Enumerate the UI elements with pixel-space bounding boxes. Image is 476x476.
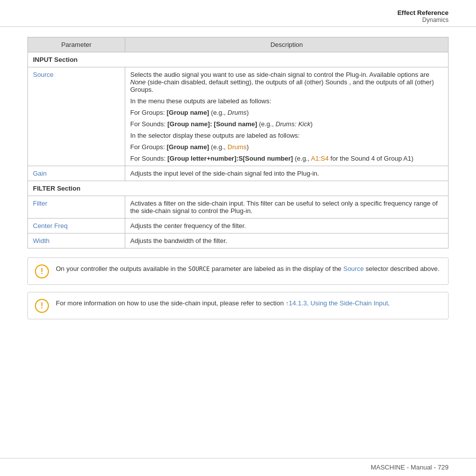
header-title: Effect Reference [397, 9, 449, 16]
table-row: Width Adjusts the bandwidth of the filte… [28, 234, 449, 248]
col-header-description: Description [125, 37, 449, 52]
desc-source-p2: In the menu these outputs are labeled as… [130, 97, 443, 105]
filter-link[interactable]: Filter [33, 200, 47, 207]
desc-source-p5: In the selector display these outputs ar… [130, 132, 443, 139]
notice-icon-1: ! [35, 264, 49, 278]
a1s4-link[interactable]: A1:S4 [311, 155, 328, 162]
notice-box-1: ! On your controller the outputs availab… [27, 257, 449, 285]
desc-gain-p1: Adjusts the input level of the side-chai… [130, 170, 443, 177]
desc-width-p1: Adjusts the bandwidth of the filter. [130, 237, 443, 244]
desc-source-p3: For Groups: [Group name] (e.g., Drums) [130, 109, 443, 116]
table-row: Center Freq Adjusts the center frequency… [28, 219, 449, 234]
desc-center-freq-p1: Adjusts the center frequency of the filt… [130, 222, 443, 230]
page-header: Effect Reference Dynamics [0, 0, 476, 27]
notice-icon-2: ! [35, 299, 49, 313]
page-container: Effect Reference Dynamics Parameter Desc… [0, 0, 476, 476]
desc-filter: Activates a filter on the side-chain inp… [125, 196, 449, 219]
gain-link[interactable]: Gain [33, 170, 46, 177]
desc-source-p6: For Groups: [Group name] (e.g., Drums) [130, 143, 443, 151]
table-row: Source Selects the audio signal you want… [28, 67, 449, 166]
notice-box-2: ! For more information on how to use the… [27, 292, 449, 319]
reference-table: Parameter Description INPUT Section Sour… [27, 37, 449, 248]
main-content: Parameter Description INPUT Section Sour… [0, 27, 476, 458]
section-filter-label: FILTER Section [28, 181, 449, 196]
param-source: Source [28, 67, 125, 166]
section-link[interactable]: ↑14.1.3, Using the Side-Chain Input [285, 299, 388, 307]
desc-source-p7: For Sounds: [Group letter+number]:S[Soun… [130, 155, 443, 162]
header-right: Effect Reference Dynamics [397, 9, 449, 23]
notice-text-2: For more information on how to use the s… [56, 298, 390, 308]
page-footer: MASCHINE - Manual - 729 [0, 458, 476, 476]
notice-text-1: On your controller the outputs available… [56, 264, 440, 274]
param-filter: Filter [28, 196, 125, 219]
width-link[interactable]: Width [33, 237, 49, 244]
footer-text: MASCHINE - Manual - 729 [371, 464, 449, 471]
param-center-freq: Center Freq [28, 219, 125, 234]
desc-gain: Adjusts the input level of the side-chai… [125, 166, 449, 181]
section-filter: FILTER Section [28, 181, 449, 196]
source-link-notice[interactable]: Source [343, 265, 364, 272]
desc-source-p1: Selects the audio signal you want to use… [130, 71, 443, 93]
drums-link1[interactable]: Drums [228, 143, 246, 151]
table-row: Gain Adjusts the input level of the side… [28, 166, 449, 181]
section-input-label: INPUT Section [28, 52, 449, 67]
param-width: Width [28, 234, 125, 248]
center-freq-link[interactable]: Center Freq [33, 222, 67, 230]
desc-width: Adjusts the bandwidth of the filter. [125, 234, 449, 248]
header-subtitle: Dynamics [397, 16, 449, 23]
desc-filter-p1: Activates a filter on the side-chain inp… [130, 200, 443, 215]
desc-source-p4: For Sounds: [Group name]: [Sound name] (… [130, 120, 443, 128]
desc-source: Selects the audio signal you want to use… [125, 67, 449, 166]
table-row: Filter Activates a filter on the side-ch… [28, 196, 449, 219]
source-link[interactable]: Source [33, 71, 53, 78]
desc-center-freq: Adjusts the center frequency of the filt… [125, 219, 449, 234]
section-input: INPUT Section [28, 52, 449, 67]
source-code: SOURCE [188, 265, 210, 272]
param-gain: Gain [28, 166, 125, 181]
col-header-parameter: Parameter [28, 37, 125, 52]
